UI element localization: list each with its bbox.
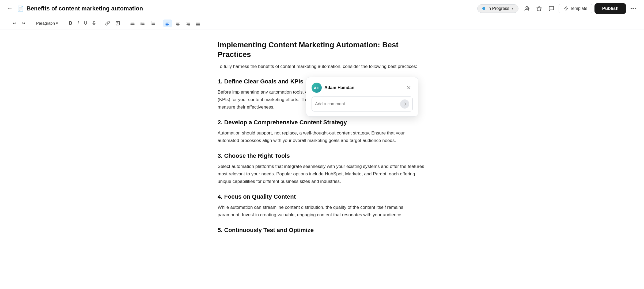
step-3-heading: 3. Choose the Right Tools (218, 152, 426, 160)
intro-paragraph: To fully harness the benefits of content… (218, 63, 426, 70)
svg-marker-4 (564, 6, 568, 10)
toolbar-separator-5 (160, 20, 160, 27)
comment-user: AH Adam Hamdan (312, 83, 354, 93)
link-button[interactable] (103, 20, 112, 27)
more-options-button[interactable]: ••• (628, 3, 639, 14)
status-dropdown[interactable]: In Progress ▾ (477, 4, 518, 13)
main-heading: Implementing Content Marketing Automatio… (218, 40, 426, 60)
step-2-text: Automation should support, not replace, … (218, 129, 426, 144)
underline-button[interactable]: U (82, 20, 89, 27)
undo-button[interactable]: ↩ (11, 19, 18, 27)
image-button[interactable] (113, 20, 122, 27)
chevron-down-icon: ▾ (512, 6, 513, 10)
toolbar-separator-4 (125, 20, 125, 27)
close-comment-button[interactable]: ✕ (405, 84, 413, 91)
publish-button[interactable]: Publish (594, 3, 626, 14)
svg-point-15 (141, 24, 141, 25)
doc-icon: 📄 (17, 5, 24, 12)
bold-button[interactable]: B (67, 20, 74, 27)
nav-right: Template Publish ••• (522, 3, 639, 14)
comment-button[interactable] (546, 3, 556, 14)
step-4-heading: 4. Focus on Quality Content (218, 193, 426, 201)
step-4-text: While automation can streamline content … (218, 204, 426, 219)
nav-center: In Progress ▾ (477, 4, 518, 13)
svg-marker-3 (536, 6, 541, 10)
align-left-button[interactable] (163, 20, 172, 27)
top-navigation: ← 📄 Benefits of content marketing automa… (0, 0, 644, 17)
avatar: AH (312, 83, 322, 93)
svg-point-6 (117, 22, 118, 23)
doc-title: Benefits of content marketing automation (26, 5, 143, 12)
template-button[interactable]: Template (559, 4, 593, 13)
send-comment-button[interactable] (400, 99, 409, 109)
comment-input-wrap (312, 97, 413, 111)
line-spacing-button[interactable] (128, 20, 137, 27)
star-button[interactable] (534, 3, 544, 14)
step-2-heading: 2. Develop a Comprehensive Content Strat… (218, 118, 426, 127)
toolbar-separator (30, 20, 30, 27)
svg-point-14 (141, 23, 141, 23)
ordered-list-button[interactable]: 123 (148, 20, 157, 27)
comment-username: Adam Hamdan (324, 85, 354, 90)
svg-text:3: 3 (151, 24, 152, 25)
paragraph-chevron-icon: ▾ (56, 21, 58, 26)
paragraph-style-select[interactable]: Paragraph ▾ (33, 20, 61, 27)
step-5-heading: 5. Continuously Test and Optimize (218, 226, 426, 234)
comment-popup: AH Adam Hamdan ✕ (306, 77, 418, 117)
paragraph-label: Paragraph (36, 21, 55, 25)
nav-left: ← 📄 Benefits of content marketing automa… (5, 3, 474, 14)
align-justify-button[interactable] (194, 20, 203, 27)
step-3-text: Select automation platforms that integra… (218, 163, 426, 185)
strikethrough-button[interactable]: S (90, 20, 98, 27)
comment-header: AH Adam Hamdan ✕ (312, 83, 413, 93)
svg-point-0 (526, 6, 528, 8)
status-dot (482, 7, 485, 10)
add-collaborator-button[interactable] (522, 3, 532, 14)
comment-input[interactable] (315, 102, 398, 106)
redo-button[interactable]: ↪ (20, 19, 27, 27)
italic-button[interactable]: I (75, 20, 81, 27)
align-center-button[interactable] (173, 20, 182, 27)
bullet-list-button[interactable] (138, 20, 147, 27)
toolbar-separator-3 (100, 20, 100, 27)
editor-toolbar: ↩ ↪ Paragraph ▾ B I U S 123 (0, 17, 644, 29)
template-label: Template (570, 6, 588, 11)
editor-content[interactable]: Implementing Content Marketing Automatio… (207, 29, 437, 253)
align-right-button[interactable] (183, 20, 192, 27)
back-button[interactable]: ← (5, 3, 14, 14)
toolbar-separator-2 (64, 20, 64, 27)
status-label: In Progress (487, 6, 509, 11)
svg-point-13 (141, 22, 141, 22)
